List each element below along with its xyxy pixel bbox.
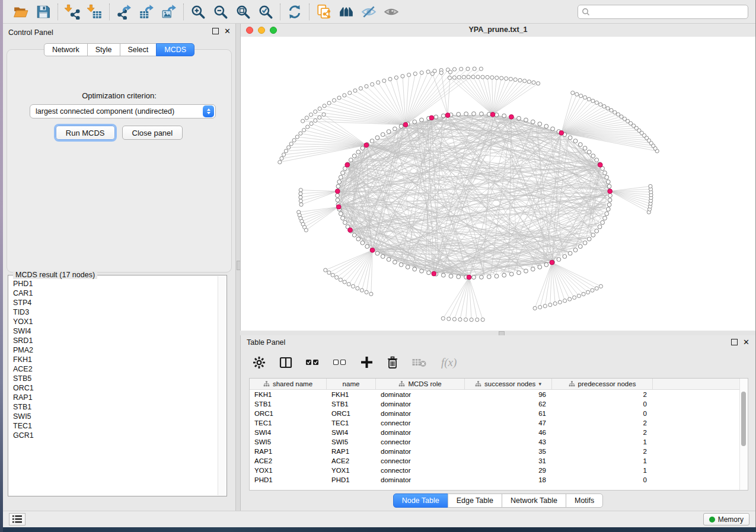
column-header-MCDS-role[interactable]: MCDS role bbox=[376, 379, 465, 389]
table-row[interactable]: SWI4SWI4dominator462 bbox=[250, 428, 740, 437]
table-scrollbar-thumb[interactable] bbox=[741, 392, 746, 446]
table-scrollbar[interactable] bbox=[739, 379, 748, 490]
run-mcds-button[interactable]: Run MCDS bbox=[56, 126, 115, 140]
table-row[interactable]: ORC1ORC1dominator610 bbox=[250, 409, 740, 418]
cell-MCDS-role: dominator bbox=[376, 475, 465, 485]
cell-predecessor-nodes: 1 bbox=[552, 456, 653, 466]
cell-predecessor-nodes: 2 bbox=[552, 418, 653, 428]
cell-name: FKH1 bbox=[327, 390, 376, 399]
float-table-panel-icon[interactable] bbox=[731, 339, 738, 345]
optimization-criterion-dropdown[interactable]: largest connected component (undirected) bbox=[30, 104, 216, 118]
task-history-button[interactable] bbox=[9, 513, 25, 525]
mcds-result-item[interactable]: STB5 bbox=[9, 374, 218, 383]
cell-successor-nodes: 96 bbox=[465, 390, 552, 399]
open-file-button[interactable] bbox=[12, 3, 30, 21]
mcds-result-item[interactable]: TID3 bbox=[9, 307, 218, 317]
close-panel-button[interactable]: Close panel bbox=[122, 126, 183, 140]
mcds-result-item[interactable]: SWI5 bbox=[9, 412, 218, 421]
refresh-layout-button[interactable] bbox=[286, 3, 304, 21]
deselect-all-button[interactable] bbox=[333, 355, 347, 371]
cell-predecessor-nodes: 1 bbox=[552, 437, 653, 447]
close-table-panel-icon[interactable]: ✕ bbox=[743, 339, 749, 345]
tab-network[interactable]: Network bbox=[44, 43, 88, 56]
cell-shared-name: RAP1 bbox=[250, 447, 327, 456]
show-all-button[interactable] bbox=[382, 3, 400, 21]
mcds-result-item[interactable]: RAP1 bbox=[9, 393, 218, 402]
delete-column-button[interactable] bbox=[387, 355, 398, 371]
table-row[interactable]: STB1STB1dominator620 bbox=[250, 399, 740, 409]
zoom-out-icon bbox=[213, 4, 228, 20]
cytoscape-window: Control Panel ✕ NetworkStyleSelectMCDS O… bbox=[3, 0, 756, 527]
memory-button[interactable]: Memory bbox=[703, 513, 749, 525]
mcds-result-item[interactable]: GCR1 bbox=[9, 431, 218, 440]
vertical-splitter[interactable] bbox=[235, 24, 240, 511]
search-input[interactable] bbox=[590, 7, 748, 17]
table-row[interactable]: ACE2ACE2connector311 bbox=[250, 456, 740, 466]
float-panel-icon[interactable] bbox=[212, 28, 219, 34]
tab-edge-table[interactable]: Edge Table bbox=[448, 493, 502, 508]
import-network-icon bbox=[65, 4, 80, 20]
table-row[interactable]: TEC1TEC1connector472 bbox=[250, 418, 740, 428]
import-network-button[interactable] bbox=[63, 3, 81, 21]
table-header-row: shared namenameMCDS rolesuccessor nodes▾… bbox=[250, 379, 740, 390]
column-header-shared-name[interactable]: shared name bbox=[250, 379, 327, 389]
tab-style[interactable]: Style bbox=[87, 43, 120, 56]
zoom-selected-button[interactable] bbox=[257, 3, 275, 21]
mcds-result-item[interactable]: SWI4 bbox=[9, 326, 218, 336]
save-session-button[interactable] bbox=[34, 3, 52, 21]
tab-motifs[interactable]: Motifs bbox=[566, 493, 603, 508]
hide-selected-button[interactable] bbox=[360, 3, 378, 21]
close-panel-icon[interactable]: ✕ bbox=[224, 28, 231, 34]
zoom-in-button[interactable] bbox=[189, 3, 207, 21]
select-all-button[interactable] bbox=[306, 355, 320, 371]
network-window-titlebar: YPA_prune.txt_1 bbox=[241, 24, 755, 37]
export-table-button[interactable] bbox=[138, 3, 155, 21]
settings-button[interactable] bbox=[253, 355, 266, 371]
mcds-result-item[interactable]: CAR1 bbox=[9, 289, 218, 298]
column-type-icon bbox=[398, 381, 405, 387]
column-header-successor-nodes[interactable]: successor nodes▾ bbox=[465, 379, 552, 389]
first-neighbors-button[interactable] bbox=[337, 3, 355, 21]
import-table-button[interactable] bbox=[86, 3, 104, 21]
tab-select[interactable]: Select bbox=[120, 43, 157, 56]
mcds-result-list: PHD1CAR1STP4TID3YOX1SWI4SRD1PMA2FKH1ACE2… bbox=[9, 279, 218, 495]
mcds-result-item[interactable]: SRD1 bbox=[9, 336, 218, 345]
table-row[interactable]: SWI5SWI5connector431 bbox=[250, 437, 740, 447]
network-canvas[interactable] bbox=[241, 37, 755, 331]
tab-node-table[interactable]: Node Table bbox=[393, 493, 448, 508]
export-image-button[interactable] bbox=[160, 3, 178, 21]
export-network-button[interactable] bbox=[115, 3, 133, 21]
table-row[interactable]: RAP1RAP1dominator352 bbox=[250, 447, 740, 456]
cell-MCDS-role: dominator bbox=[376, 409, 465, 418]
mcds-result-item[interactable]: TEC1 bbox=[9, 421, 218, 431]
mcds-panel: Optimization criterion: largest connecte… bbox=[7, 49, 232, 273]
clone-network-button[interactable] bbox=[315, 3, 333, 21]
zoom-fit-button[interactable] bbox=[234, 3, 252, 21]
table-row[interactable]: FKH1FKH1dominator962 bbox=[250, 390, 740, 399]
mcds-result-item[interactable]: STB1 bbox=[9, 402, 218, 412]
search-box[interactable] bbox=[578, 5, 748, 19]
mcds-list-scrollbar[interactable] bbox=[218, 276, 226, 495]
show-columns-button[interactable] bbox=[279, 355, 292, 371]
mcds-result-item[interactable]: ACE2 bbox=[9, 364, 218, 374]
mcds-result-item[interactable]: YOX1 bbox=[9, 317, 218, 326]
cell-predecessor-nodes: 1 bbox=[552, 466, 653, 475]
mcds-result-item[interactable]: ORC1 bbox=[9, 383, 218, 393]
mcds-result-item[interactable]: PMA2 bbox=[9, 345, 218, 355]
add-column-button[interactable] bbox=[361, 355, 373, 371]
mcds-result-item[interactable]: STP4 bbox=[9, 298, 218, 307]
horizontal-splitter[interactable] bbox=[240, 331, 755, 335]
tab-network-table[interactable]: Network Table bbox=[502, 493, 566, 508]
zoom-out-button[interactable] bbox=[212, 3, 229, 21]
mcds-result-item[interactable]: PHD1 bbox=[9, 279, 218, 289]
column-label: shared name bbox=[273, 380, 312, 387]
dropdown-value: largest connected component (undirected) bbox=[30, 107, 203, 116]
column-header-name[interactable]: name bbox=[327, 379, 376, 389]
function-builder-button: f(x) bbox=[440, 355, 460, 371]
table-row[interactable]: YOX1YOX1connector291 bbox=[250, 466, 740, 475]
export-network-icon bbox=[116, 4, 132, 20]
table-row[interactable]: PHD1PHD1dominator180 bbox=[250, 475, 740, 485]
mcds-result-item[interactable]: FKH1 bbox=[9, 355, 218, 364]
column-header-predecessor-nodes[interactable]: predecessor nodes bbox=[552, 379, 653, 389]
tab-mcds[interactable]: MCDS bbox=[156, 43, 194, 56]
